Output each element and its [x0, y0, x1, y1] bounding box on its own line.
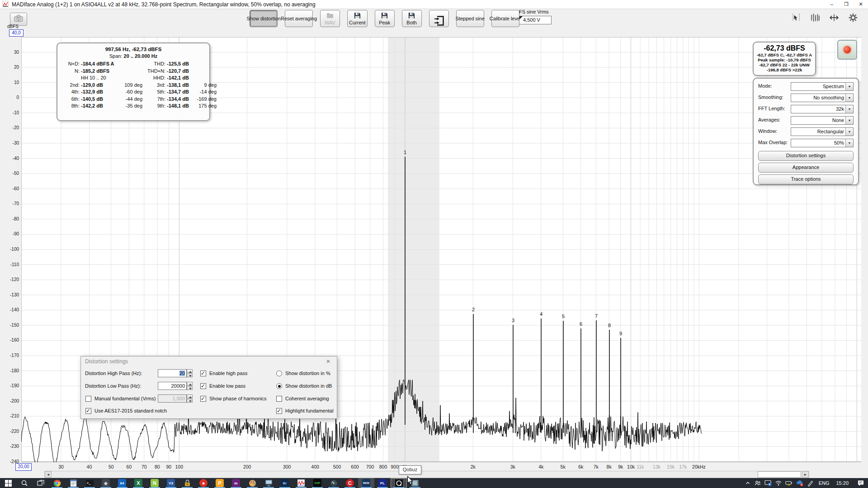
toolbar-button-loopback[interactable]	[429, 10, 449, 27]
taskbar-icon-gauge-app[interactable]	[326, 478, 342, 488]
gear-icon[interactable]	[846, 12, 860, 23]
taskbar-icon-system-tool[interactable]	[260, 478, 277, 488]
taskbar-icon-app-red[interactable]: ●	[195, 478, 212, 488]
chevron-down-icon[interactable]: ▼	[845, 105, 853, 113]
chevron-down-icon[interactable]: ▼	[845, 94, 853, 102]
settings-field-label: Smoothing:	[758, 94, 783, 100]
toolbar-button-save-both[interactable]: Both	[402, 10, 422, 27]
tray-language[interactable]: ENG	[817, 480, 831, 486]
high-pass-spinner[interactable]	[187, 369, 193, 377]
tray-cloud-icon[interactable]	[796, 479, 804, 487]
taskbar-icon-command-prompt[interactable]: >_	[81, 478, 98, 488]
taskbar-icon-excel[interactable]: X	[130, 478, 146, 488]
tray-wifi-icon[interactable]	[775, 479, 782, 487]
tray-clock[interactable]: 15:20	[834, 480, 850, 486]
tray-chevron-icon[interactable]	[745, 480, 751, 486]
taskbar-icon-rew[interactable]: REW	[358, 478, 374, 488]
x-axis-left-edit[interactable]: 20,00	[15, 463, 32, 471]
toolbar-button-calibrate-level[interactable]: Calibrate level	[491, 10, 519, 27]
manual-fundamental-checkbox[interactable]	[85, 396, 91, 402]
y-tick-label: -40	[5, 156, 19, 161]
cursor-readout-icon[interactable]	[789, 12, 803, 23]
chevron-down-icon[interactable]: ▼	[845, 117, 853, 124]
coherent-averaging-checkbox[interactable]	[276, 396, 282, 402]
restore-button[interactable]: ❐	[839, 0, 854, 9]
settings-combobox[interactable]: 50%▼	[791, 139, 854, 147]
x-tick-label: 30	[51, 464, 71, 469]
settings-combobox[interactable]: None▼	[791, 116, 854, 125]
taskbar-icon-notepad-plus[interactable]: N	[146, 478, 163, 488]
scroll-right-icon[interactable]: ►	[802, 471, 809, 478]
notification-center-icon[interactable]	[857, 479, 864, 487]
settings-button-trace-options[interactable]: Trace options	[758, 174, 854, 184]
taskbar-icon-start[interactable]	[0, 478, 16, 488]
scrollbar-thumb[interactable]	[758, 471, 801, 478]
aes-notch-checkbox[interactable]	[85, 408, 91, 414]
low-pass-input[interactable]: 20000	[158, 382, 187, 390]
taskbar-icon-visual-studio[interactable]: ∞	[228, 478, 244, 488]
tray-screenshare-icon[interactable]	[764, 479, 772, 487]
toolbar-button-reset-averaging[interactable]: Reset averaging	[285, 10, 313, 27]
show-distortion-pct-radio[interactable]	[276, 371, 282, 376]
tray-pen-icon[interactable]	[807, 480, 814, 487]
fs-sine-input[interactable]: 4,500 V	[519, 16, 552, 24]
dsp-tool-icon: DSP	[313, 479, 321, 487]
settings-combobox[interactable]: Rectangular▼	[791, 127, 854, 136]
toolbar-button-wav[interactable]: WAV	[320, 10, 340, 27]
toolbar-button-save-current[interactable]: Current	[347, 10, 368, 27]
chevron-down-icon[interactable]: ▼	[845, 83, 853, 90]
high-pass-label: Distortion High Pass (Hz):	[85, 371, 142, 376]
tray-battery-icon[interactable]	[785, 479, 793, 487]
y-axis-top-edit[interactable]: 40,0	[9, 29, 24, 37]
settings-button-distortion-settings[interactable]: Distortion settings	[758, 151, 854, 161]
taskbar-icon-notepad[interactable]	[65, 478, 81, 488]
taskbar-icon-app-dark[interactable]: ◆	[98, 478, 114, 488]
tray-teams-icon[interactable]	[754, 479, 761, 487]
settings-combobox[interactable]: 32k▼	[791, 105, 854, 113]
taskbar-icon-qobuz[interactable]	[391, 478, 407, 488]
x-tick-label: 300	[277, 464, 297, 469]
codec-c-icon: C	[346, 479, 354, 487]
taskbar-icon-task-view[interactable]	[33, 478, 49, 488]
low-pass-spinner[interactable]	[187, 382, 193, 390]
scroll-left-icon[interactable]: ◄	[45, 471, 52, 478]
enable-low-pass-checkbox[interactable]	[200, 383, 206, 389]
toolbar-button-show-distortion[interactable]: Show distortion	[250, 10, 278, 27]
taskbar-icon-word-v3[interactable]: V3	[163, 478, 179, 488]
show-distortion-db-radio[interactable]	[276, 383, 282, 389]
taskbar-icon-chrome[interactable]	[49, 478, 65, 488]
settings-button-appearance[interactable]: Appearance	[758, 163, 854, 173]
taskbar-icon-dsp-tool[interactable]: DSP	[309, 478, 326, 488]
record-button[interactable]	[837, 40, 857, 60]
mouse-cursor	[407, 476, 413, 487]
taskbar-icon-pl-app[interactable]: PL	[374, 478, 391, 488]
toolbar-button-stepped-sine[interactable]: Stepped sine	[456, 10, 484, 27]
taskbar-icon-bridge[interactable]: Br	[277, 478, 293, 488]
taskbar-icon-paint-palette[interactable]	[244, 478, 260, 488]
settings-row: Mode:Spectrum▼	[758, 82, 854, 91]
minimize-button[interactable]: –	[825, 0, 839, 9]
chevron-down-icon[interactable]: ▼	[845, 139, 853, 147]
taskbar-icon-save-64[interactable]: 64	[114, 478, 130, 488]
high-pass-input[interactable]: 20	[158, 369, 187, 377]
vertical-bars-icon[interactable]	[808, 12, 822, 23]
taskbar-icon-app-orange[interactable]: P	[212, 478, 228, 488]
settings-combobox[interactable]: Spectrum▼	[791, 82, 854, 91]
y-tick-label: -90	[5, 231, 19, 236]
enable-high-pass-checkbox[interactable]	[200, 371, 206, 376]
taskbar-icon-wave-analyzer[interactable]	[293, 478, 309, 488]
y-tick-label: -150	[5, 323, 19, 328]
taskbar-icon-lock-app[interactable]	[179, 478, 195, 488]
pan-arrows-icon[interactable]	[827, 12, 841, 23]
highlight-fundamental-checkbox[interactable]	[276, 408, 282, 414]
chevron-down-icon[interactable]: ▼	[845, 128, 853, 136]
toolbar-button-save-peak[interactable]: Peak	[375, 10, 395, 27]
settings-combobox[interactable]: No smoothing▼	[791, 94, 854, 102]
horizontal-scrollbar[interactable]: ◄ ►	[44, 471, 809, 478]
system-tool-icon	[264, 479, 273, 487]
show-phase-checkbox[interactable]	[200, 396, 206, 402]
dialog-close-icon[interactable]: ✕	[322, 357, 334, 366]
close-button[interactable]: ✕	[854, 0, 868, 9]
taskbar-icon-codec-c[interactable]: C	[342, 478, 358, 488]
taskbar-icon-search[interactable]	[16, 478, 33, 488]
